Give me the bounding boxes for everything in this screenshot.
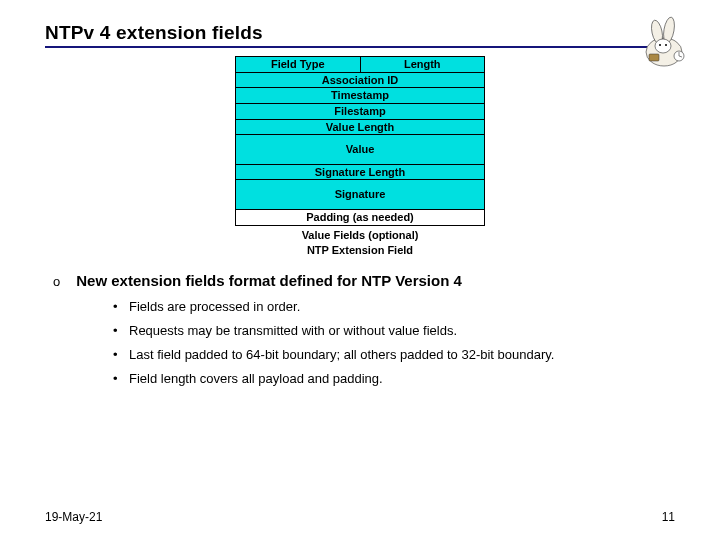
bullet-list: Fields are processed in order. Requests … <box>53 299 675 386</box>
svg-point-4 <box>659 44 661 46</box>
value-cell: Value <box>236 135 485 165</box>
list-item: Fields are processed in order. <box>113 299 675 314</box>
lead-text: New extension fields format defined for … <box>76 272 462 289</box>
association-id-cell: Association ID <box>236 72 485 88</box>
filestamp-cell: Filestamp <box>236 103 485 119</box>
list-item: Requests may be transmitted with or with… <box>113 323 675 338</box>
value-length-cell: Value Length <box>236 119 485 135</box>
length-cell: Length <box>360 57 485 73</box>
svg-point-3 <box>655 39 671 53</box>
value-fields-caption: Value Fields (optional) <box>302 229 419 241</box>
page-title: NTPv 4 extension fields <box>45 22 263 44</box>
list-item: Last field padded to 64-bit boundary; al… <box>113 347 675 362</box>
rabbit-illustration <box>637 10 692 70</box>
svg-point-5 <box>665 44 667 46</box>
signature-cell: Signature <box>236 180 485 210</box>
signature-length-cell: Signature Length <box>236 164 485 180</box>
packet-diagram: Field Type Length Association ID Timesta… <box>45 56 675 256</box>
timestamp-cell: Timestamp <box>236 88 485 104</box>
ext-field-caption: NTP Extension Field <box>307 244 413 256</box>
footer-date: 19-May-21 <box>45 510 102 524</box>
lead-marker: o <box>53 274 60 289</box>
padding-cell: Padding (as needed) <box>236 210 485 226</box>
field-type-cell: Field Type <box>236 57 361 73</box>
list-item: Field length covers all payload and padd… <box>113 371 675 386</box>
page-number: 11 <box>662 510 675 524</box>
svg-rect-6 <box>649 54 659 61</box>
